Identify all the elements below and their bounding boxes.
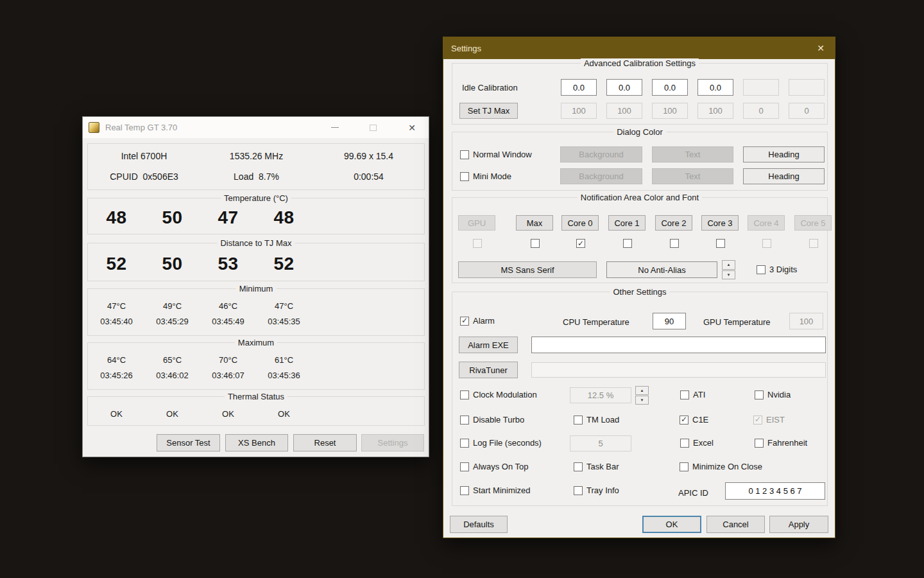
- temperature-group-label: Temperature (°C): [221, 193, 291, 203]
- core3-color-button[interactable]: Core 3: [701, 215, 739, 231]
- tjmax-input-5[interactable]: [789, 103, 825, 119]
- idle-calibration-input-1[interactable]: [606, 79, 642, 96]
- close-button[interactable]: ✕: [400, 117, 424, 138]
- mini-background-button[interactable]: Background: [560, 168, 642, 184]
- normal-window-checkbox[interactable]: Normal Window: [460, 150, 532, 159]
- alarm-checkbox[interactable]: Alarm: [460, 316, 495, 326]
- spinner-up-icon[interactable]: ▲: [635, 386, 649, 395]
- spinner-up-icon[interactable]: ▲: [722, 260, 735, 270]
- thermal-core4-empty: [312, 409, 368, 419]
- antialias-button[interactable]: No Anti-Alias: [606, 261, 717, 278]
- realtemp-titlebar[interactable]: Real Temp GT 3.70 ✕: [83, 117, 429, 138]
- alarm-exe-path-input[interactable]: [531, 337, 826, 353]
- core4-show-checkbox[interactable]: [762, 239, 771, 248]
- sensor-test-button[interactable]: Sensor Test: [157, 434, 220, 451]
- normal-text-button[interactable]: Text: [652, 146, 733, 162]
- log-file-checkbox[interactable]: Log File (seconds): [460, 438, 542, 448]
- max-temp-core1: 65°C: [144, 355, 200, 365]
- core3-show-checkbox[interactable]: [716, 239, 725, 248]
- other-settings-label: Other Settings: [610, 287, 669, 297]
- fahrenheit-checkbox[interactable]: Fahrenheit: [755, 438, 807, 448]
- rivatuner-button[interactable]: RivaTuner: [459, 362, 518, 378]
- reset-button[interactable]: Reset: [293, 434, 357, 451]
- disable-turbo-checkbox[interactable]: Disable Turbo: [460, 415, 524, 425]
- maximize-button[interactable]: [361, 117, 385, 138]
- cancel-button[interactable]: Cancel: [706, 516, 765, 533]
- settings-close-button[interactable]: ✕: [809, 37, 832, 59]
- clock-modulation-checkbox[interactable]: Clock Modulation: [460, 390, 537, 399]
- tjmax-input-2[interactable]: [652, 103, 688, 119]
- excel-checkbox[interactable]: Excel: [680, 438, 714, 448]
- set-tj-max-button[interactable]: Set TJ Max: [459, 103, 518, 119]
- core2-color-button[interactable]: Core 2: [655, 215, 692, 231]
- task-bar-checkbox[interactable]: Task Bar: [574, 462, 619, 471]
- core2-show-checkbox[interactable]: [670, 239, 679, 248]
- tjmax-input-0[interactable]: [561, 103, 597, 119]
- alarm-exe-button[interactable]: Alarm EXE: [459, 337, 518, 353]
- alarm-label: Alarm: [473, 316, 495, 326]
- core0-color-button[interactable]: Core 0: [561, 215, 599, 231]
- idle-calibration-input-0[interactable]: [561, 79, 597, 96]
- tray-info-checkbox[interactable]: Tray Info: [574, 486, 619, 495]
- checkbox-box: [670, 239, 679, 248]
- xs-bench-button[interactable]: XS Bench: [225, 434, 288, 451]
- gpu-show-checkbox[interactable]: [473, 239, 482, 248]
- tjmax-input-4[interactable]: [743, 103, 779, 119]
- settings-button[interactable]: Settings: [361, 434, 424, 451]
- mini-text-button[interactable]: Text: [652, 168, 733, 184]
- rivatuner-path-input[interactable]: [531, 362, 826, 378]
- apply-button[interactable]: Apply: [769, 516, 828, 533]
- mini-heading-button[interactable]: Heading: [743, 168, 825, 184]
- c1e-checkbox[interactable]: C1E: [680, 415, 708, 425]
- defaults-button[interactable]: Defaults: [450, 516, 508, 533]
- eist-label: EIST: [766, 415, 785, 425]
- antialias-spinner[interactable]: ▲ ▼: [722, 260, 735, 279]
- settings-titlebar[interactable]: Settings ✕: [443, 37, 835, 59]
- max-time-core5-empty: [368, 371, 424, 380]
- core1-show-checkbox[interactable]: [623, 239, 632, 248]
- start-minimized-label: Start Minimized: [473, 486, 531, 495]
- ati-checkbox[interactable]: ATI: [680, 390, 705, 399]
- core1-color-button[interactable]: Core 1: [608, 215, 646, 231]
- spinner-down-icon[interactable]: ▼: [635, 396, 649, 405]
- max-color-button[interactable]: Max: [516, 215, 553, 231]
- tjmax-input-1[interactable]: [606, 103, 642, 119]
- idle-calibration-input-2[interactable]: [652, 79, 688, 96]
- fahrenheit-label: Fahrenheit: [767, 438, 807, 448]
- clock-modulation-label: Clock Modulation: [473, 390, 537, 399]
- cpuid-value: CPUID 0x506E3: [88, 171, 200, 182]
- idle-calibration-input-3[interactable]: [697, 79, 733, 96]
- nvidia-checkbox[interactable]: Nvidia: [755, 390, 791, 399]
- core4-color-button[interactable]: Core 4: [748, 215, 785, 231]
- gpu-temperature-input[interactable]: [789, 313, 823, 329]
- font-select-button[interactable]: MS Sans Serif: [458, 261, 597, 278]
- close-icon: ✕: [408, 123, 416, 132]
- core0-show-checkbox[interactable]: [576, 239, 585, 248]
- spinner-down-icon[interactable]: ▼: [722, 270, 735, 280]
- clock-modulation-spinner[interactable]: ▲ ▼: [635, 386, 649, 405]
- maximum-times: 03:45:26 03:46:02 03:46:07 03:45:36: [89, 371, 424, 380]
- start-minimized-checkbox[interactable]: Start Minimized: [460, 486, 531, 495]
- mini-mode-checkbox[interactable]: Mini Mode: [460, 171, 511, 181]
- normal-background-button[interactable]: Background: [560, 146, 642, 162]
- core5-color-button[interactable]: Core 5: [794, 215, 832, 231]
- clock-modulation-input[interactable]: [570, 387, 631, 403]
- ok-button[interactable]: OK: [642, 516, 701, 533]
- gpu-color-button[interactable]: GPU: [458, 215, 495, 231]
- log-file-interval-input[interactable]: [570, 435, 631, 451]
- core5-show-checkbox[interactable]: [809, 239, 818, 248]
- max-show-checkbox[interactable]: [531, 239, 540, 248]
- idle-calibration-input-4[interactable]: [743, 79, 779, 96]
- tjmax-input-3[interactable]: [697, 103, 733, 119]
- eist-checkbox[interactable]: EIST: [753, 415, 785, 425]
- idle-calibration-input-5[interactable]: [789, 79, 825, 96]
- cpu-temperature-input[interactable]: [653, 313, 686, 329]
- always-on-top-checkbox[interactable]: Always On Top: [460, 462, 528, 471]
- apic-id-input[interactable]: [725, 482, 825, 500]
- three-digits-checkbox[interactable]: 3 Digits: [757, 265, 797, 274]
- thermal-core3: OK: [256, 409, 312, 419]
- tm-load-checkbox[interactable]: TM Load: [574, 415, 619, 425]
- minimize-button[interactable]: [323, 117, 347, 138]
- minimize-on-close-checkbox[interactable]: Minimize On Close: [680, 462, 762, 471]
- normal-heading-button[interactable]: Heading: [743, 146, 825, 162]
